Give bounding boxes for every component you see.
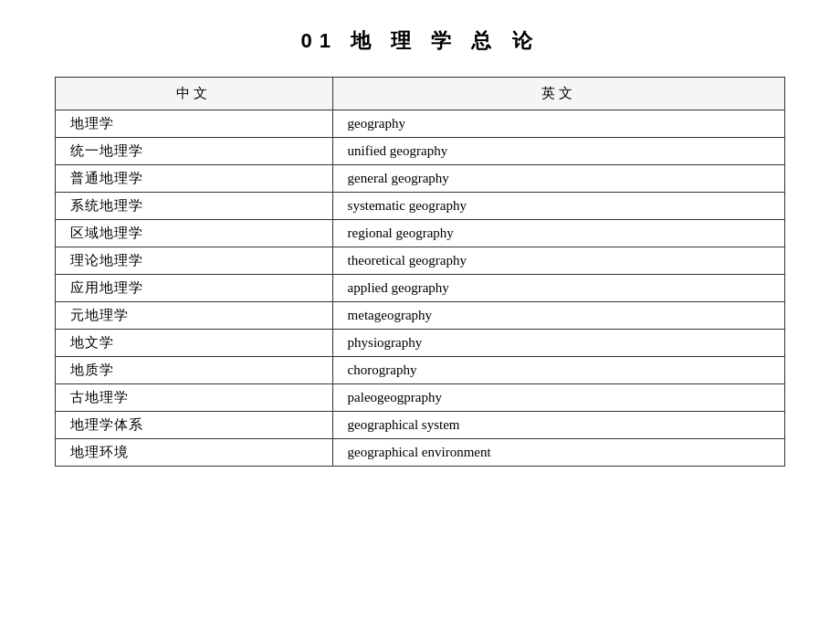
table-row: 区域地理学regional geography <box>56 220 785 247</box>
cell-chinese: 应用地理学 <box>56 275 333 302</box>
cell-chinese: 古地理学 <box>56 384 333 412</box>
cell-chinese: 地文学 <box>56 330 333 357</box>
cell-chinese: 系统地理学 <box>56 193 333 220</box>
table-row: 统一地理学unified geography <box>56 138 785 165</box>
cell-english: unified geography <box>332 138 784 165</box>
cell-english: regional geography <box>332 220 784 247</box>
cell-english: geographical system <box>332 412 784 439</box>
cell-chinese: 地理环境 <box>56 439 333 467</box>
glossary-table: 中文 英文 地理学geography统一地理学unified geography… <box>55 77 785 467</box>
table-row: 理论地理学theoretical geography <box>56 247 785 275</box>
cell-chinese: 元地理学 <box>56 302 333 330</box>
cell-chinese: 普通地理学 <box>56 165 333 193</box>
table-row: 古地理学paleogeogpraphy <box>56 384 785 412</box>
table-row: 地质学chorography <box>56 357 785 384</box>
cell-english: applied geography <box>332 275 784 302</box>
cell-english: physiography <box>332 330 784 357</box>
table-row: 应用地理学applied geography <box>56 275 785 302</box>
page-title: 01 地 理 学 总 论 <box>300 27 539 55</box>
table-row: 普通地理学general geography <box>56 165 785 193</box>
cell-english: geography <box>332 110 784 138</box>
cell-english: paleogeogpraphy <box>332 384 784 412</box>
table-row: 地理环境geographical environment <box>56 439 785 467</box>
cell-english: systematic geography <box>332 193 784 220</box>
cell-english: general geography <box>332 165 784 193</box>
cell-chinese: 地理学 <box>56 110 333 138</box>
cell-chinese: 统一地理学 <box>56 138 333 165</box>
table-header-row: 中文 英文 <box>56 78 785 110</box>
cell-english: geographical environment <box>332 439 784 467</box>
table-row: 地文学physiography <box>56 330 785 357</box>
table-row: 系统地理学systematic geography <box>56 193 785 220</box>
table-row: 地理学体系geographical system <box>56 412 785 439</box>
table-row: 地理学geography <box>56 110 785 138</box>
cell-english: theoretical geography <box>332 247 784 275</box>
header-chinese: 中文 <box>56 78 333 110</box>
cell-chinese: 区域地理学 <box>56 220 333 247</box>
cell-chinese: 地质学 <box>56 357 333 384</box>
table-row: 元地理学metageography <box>56 302 785 330</box>
cell-english: metageography <box>332 302 784 330</box>
header-english: 英文 <box>332 78 784 110</box>
cell-english: chorography <box>332 357 784 384</box>
cell-chinese: 理论地理学 <box>56 247 333 275</box>
cell-chinese: 地理学体系 <box>56 412 333 439</box>
